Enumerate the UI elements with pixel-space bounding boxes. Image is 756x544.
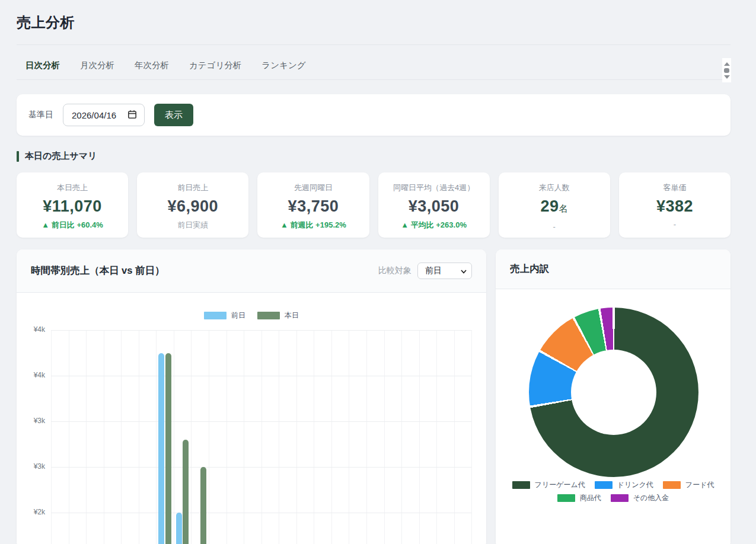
y-axis-tick-label: ¥3k bbox=[17, 417, 45, 425]
compare-label: 比較対象 bbox=[378, 265, 412, 276]
gridline-vertical bbox=[349, 330, 349, 544]
gridline-vertical bbox=[401, 330, 402, 544]
card-visitor-count: 来店人数 29名 - bbox=[499, 172, 610, 238]
legend-item: ドリンク代 bbox=[595, 480, 653, 490]
gridline-vertical bbox=[174, 330, 174, 544]
gridline-vertical bbox=[209, 330, 209, 544]
card-today-sales: 本日売上 ¥11,070 ▲ 前日比 +60.4% bbox=[17, 172, 128, 238]
card-value: ¥3,750 bbox=[262, 196, 364, 216]
reference-date-label: 基準日 bbox=[28, 110, 53, 120]
gridline-vertical bbox=[384, 330, 385, 544]
chevron-down-icon bbox=[461, 266, 467, 276]
triangle-up-icon[interactable] bbox=[724, 62, 730, 66]
card-same-weekday-average: 同曜日平均（過去4週） ¥3,050 ▲ 平均比 +263.0% bbox=[378, 172, 490, 238]
card-label: 前日売上 bbox=[142, 183, 244, 193]
legend-label: フリーゲーム代 bbox=[535, 480, 585, 490]
compare-select[interactable]: 前日 bbox=[417, 263, 472, 279]
gridline-vertical bbox=[86, 330, 87, 544]
date-value: 2026/04/16 bbox=[72, 110, 116, 120]
gridline-vertical bbox=[121, 330, 122, 544]
bar-本日 bbox=[200, 467, 206, 544]
reference-date-input[interactable]: 2026/04/16 bbox=[63, 104, 145, 126]
calendar-icon[interactable] bbox=[127, 110, 137, 121]
card-value: 29名 bbox=[503, 196, 605, 219]
card-label: 来店人数 bbox=[503, 183, 605, 193]
tab-daily[interactable]: 日次分析 bbox=[25, 60, 60, 71]
gridline-vertical bbox=[331, 330, 332, 544]
card-value: ¥6,900 bbox=[142, 196, 244, 216]
tab-bar: 日次分析 月次分析 年次分析 カテゴリ分析 ランキング bbox=[17, 59, 731, 80]
card-delta: - bbox=[503, 222, 605, 231]
card-delta: 前日実績 bbox=[142, 220, 244, 231]
card-label: 先週同曜日 bbox=[262, 183, 364, 193]
hourly-y-labels: ¥4k¥4k¥3k¥3k¥2k bbox=[17, 293, 47, 544]
gridline-horizontal bbox=[51, 376, 471, 376]
summary-section-title: 本日の売上サマリ bbox=[25, 151, 97, 162]
gridline-vertical bbox=[436, 330, 437, 544]
y-axis-tick-label: ¥2k bbox=[17, 508, 45, 516]
bar-本日 bbox=[183, 440, 189, 544]
card-value: ¥11,070 bbox=[21, 196, 123, 216]
card-value: ¥382 bbox=[624, 196, 726, 216]
summary-section-header: 本日の売上サマリ bbox=[17, 151, 731, 162]
gridline-vertical bbox=[471, 330, 472, 544]
gridline-vertical bbox=[104, 330, 104, 544]
page-title: 売上分析 bbox=[17, 13, 731, 32]
hourly-panel-header: 時間帯別売上（本日 vs 前日） 比較対象 前日 bbox=[17, 249, 486, 293]
card-value: ¥3,050 bbox=[383, 196, 485, 216]
gridline-vertical bbox=[156, 330, 157, 544]
legend-swatch bbox=[663, 481, 681, 489]
gridline-vertical bbox=[69, 330, 69, 544]
sales-breakdown-panel: 売上内訳 フリーゲーム代ドリンク代フード代 商品代その他入金 bbox=[496, 249, 731, 544]
gridline-vertical bbox=[366, 330, 367, 544]
card-delta: ▲ 平均比 +263.0% bbox=[383, 220, 485, 231]
card-delta: ▲ 前週比 +195.2% bbox=[262, 220, 364, 231]
scrollbar-thumb[interactable] bbox=[724, 68, 729, 73]
tab-monthly[interactable]: 月次分析 bbox=[80, 60, 114, 71]
compare-control: 比較対象 前日 bbox=[378, 263, 472, 279]
gridline-vertical bbox=[261, 330, 262, 544]
header-divider bbox=[17, 44, 731, 45]
triangle-down-icon[interactable] bbox=[724, 75, 730, 79]
legend-label: その他入金 bbox=[633, 493, 669, 503]
legend-swatch bbox=[611, 494, 629, 502]
compare-selected-value: 前日 bbox=[425, 265, 442, 276]
card-label: 本日売上 bbox=[21, 183, 123, 193]
legend-swatch bbox=[512, 481, 530, 489]
filter-card: 基準日 2026/04/16 表示 bbox=[17, 94, 731, 136]
section-accent-bar bbox=[17, 151, 19, 162]
chart-panels: 時間帯別売上（本日 vs 前日） 比較対象 前日 前日本日 ¥4k¥4k¥3k¥… bbox=[17, 249, 731, 544]
gridline-vertical bbox=[227, 330, 227, 544]
gridline-vertical bbox=[139, 330, 139, 544]
breakdown-panel-title: 売上内訳 bbox=[510, 263, 549, 276]
card-label: 客単価 bbox=[624, 183, 726, 193]
legend-label: ドリンク代 bbox=[617, 480, 653, 490]
donut-ring bbox=[529, 308, 698, 477]
donut-legend-row1: フリーゲーム代ドリンク代フード代 bbox=[496, 480, 731, 490]
tab-category[interactable]: カテゴリ分析 bbox=[189, 60, 241, 71]
gridline-vertical bbox=[314, 330, 314, 544]
tab-yearly[interactable]: 年次分析 bbox=[135, 60, 169, 71]
donut-legend-row2: 商品代その他入金 bbox=[496, 493, 731, 503]
legend-label: フード代 bbox=[685, 480, 714, 490]
tab-ranking[interactable]: ランキング bbox=[261, 60, 305, 71]
y-axis-tick-label: ¥3k bbox=[17, 462, 45, 471]
card-yesterday-sales: 前日売上 ¥6,900 前日実績 bbox=[137, 172, 248, 238]
hourly-bar-chart: 前日本日 ¥4k¥4k¥3k¥3k¥2k bbox=[17, 293, 486, 544]
hourly-sales-panel: 時間帯別売上（本日 vs 前日） 比較対象 前日 前日本日 ¥4k¥4k¥3k¥… bbox=[17, 249, 486, 544]
gridline-vertical bbox=[454, 330, 455, 544]
legend-item: その他入金 bbox=[611, 493, 669, 503]
y-axis-tick-label: ¥4k bbox=[17, 371, 45, 379]
legend-item: 商品代 bbox=[557, 493, 601, 503]
y-axis-tick-label: ¥4k bbox=[17, 325, 45, 334]
tab-scrollbar[interactable] bbox=[722, 58, 731, 82]
hourly-panel-title: 時間帯別売上（本日 vs 前日） bbox=[31, 264, 165, 277]
gridline-vertical bbox=[296, 330, 297, 544]
show-button[interactable]: 表示 bbox=[154, 104, 193, 126]
bar-前日 bbox=[158, 353, 164, 544]
card-last-week-same-day: 先週同曜日 ¥3,750 ▲ 前週比 +195.2% bbox=[257, 172, 369, 238]
breakdown-donut-chart: フリーゲーム代ドリンク代フード代 商品代その他入金 bbox=[496, 289, 731, 544]
summary-cards: 本日売上 ¥11,070 ▲ 前日比 +60.4% 前日売上 ¥6,900 前日… bbox=[17, 172, 731, 238]
gridline-vertical bbox=[51, 330, 52, 544]
hourly-bar-plot bbox=[51, 293, 471, 544]
